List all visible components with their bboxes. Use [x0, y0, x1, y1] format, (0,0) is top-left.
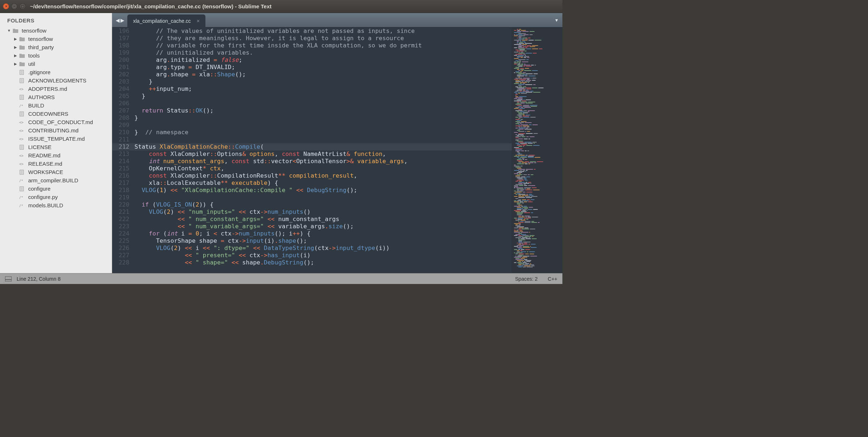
code-line[interactable]: if (VLOG_IS_ON(2)) {	[135, 201, 512, 208]
status-indent[interactable]: Spaces: 2	[515, 276, 537, 282]
code-line[interactable]: Status XlaCompilationCache::Compile(	[135, 143, 512, 150]
line-number: 220	[119, 201, 129, 208]
code-line[interactable]: // The values of uninitialized variables…	[135, 27, 512, 35]
code-line[interactable]: VLOG(2) << i << ": dtype=" << DataTypeSt…	[135, 245, 512, 252]
line-number: 209	[119, 122, 129, 129]
code-line[interactable]: // uninitialized variables.	[135, 49, 512, 56]
file-item[interactable]: <>README.md	[0, 151, 112, 160]
open-tab[interactable]: xla_compilation_cache.cc ×	[127, 14, 205, 27]
tab-close-icon[interactable]: ×	[197, 18, 200, 24]
file-item[interactable]: <>RELEASE.md	[0, 160, 112, 168]
status-cursor: Line 212, Column 8	[17, 276, 60, 282]
code-line[interactable]: xla::LocalExecutable** executable) {	[135, 179, 512, 187]
file-item[interactable]: CODEOWNERS	[0, 110, 112, 118]
tab-overflow-icon[interactable]: ▼	[554, 18, 559, 23]
line-number: 215	[119, 165, 129, 172]
code-line[interactable]: // variable for the first time inside th…	[135, 42, 512, 49]
folder-icon	[19, 53, 25, 59]
svg-text:/*: /*	[19, 196, 23, 199]
disclosure-right-icon: ▶	[13, 37, 18, 41]
code-line[interactable]: int num_constant_args, const std::vector…	[135, 158, 512, 165]
file-icon: /*	[19, 178, 25, 183]
code-line[interactable]	[135, 122, 512, 129]
line-number: 227	[119, 252, 129, 259]
panel-switcher-icon[interactable]	[5, 276, 12, 281]
file-item[interactable]: ACKNOWLEDGMENTS	[0, 76, 112, 85]
code-line[interactable]	[135, 194, 512, 201]
code-line[interactable]: << " num_constant_args=" << num_constant…	[135, 216, 512, 223]
tab-next-icon[interactable]: ▶	[120, 17, 124, 23]
editor-area: ◀ ▶ xla_compilation_cache.cc × ▼ 1961971…	[112, 13, 562, 273]
file-item[interactable]: .gitignore	[0, 68, 112, 76]
code-line[interactable]: arg.type = DT_INVALID;	[135, 64, 512, 71]
code-line[interactable]: for (int i = 0; i < ctx->num_inputs(); i…	[135, 230, 512, 237]
file-icon: <>	[19, 153, 25, 158]
minimize-button[interactable]: –	[11, 3, 17, 9]
svg-text:<>: <>	[19, 137, 24, 141]
file-item[interactable]: configure	[0, 184, 112, 193]
code-line[interactable]: }	[135, 114, 512, 122]
code-line[interactable]: VLOG(2) << "num_inputs=" << ctx->num_inp…	[135, 208, 512, 216]
file-label: configure.py	[28, 194, 58, 200]
folder-tree: ▼tensorflow▶tensorflow▶third_party▶tools…	[0, 26, 112, 212]
file-item[interactable]: AUTHORS	[0, 93, 112, 101]
code-line[interactable]: } // namespace	[135, 129, 512, 136]
maximize-button[interactable]: ▢	[20, 3, 26, 9]
code-line[interactable]: << " present=" << ctx->has_input(i)	[135, 252, 512, 259]
file-item[interactable]: /*BUILD	[0, 101, 112, 110]
file-icon	[19, 144, 25, 150]
file-item[interactable]: <>CODE_OF_CONDUCT.md	[0, 118, 112, 126]
folder-item[interactable]: ▶tools	[0, 51, 112, 60]
line-number: 217	[119, 179, 129, 187]
minimap[interactable]	[512, 27, 562, 273]
line-number: 216	[119, 172, 129, 179]
code-line[interactable]: }	[135, 93, 512, 100]
file-item[interactable]: <>ADOPTERS.md	[0, 85, 112, 93]
code-line[interactable]: const XlaCompiler::Options& options, con…	[135, 150, 512, 158]
folder-item[interactable]: ▶tensorflow	[0, 35, 112, 43]
code-line[interactable]: << " num_variable_args=" << variable_arg…	[135, 223, 512, 230]
code-line[interactable]: return Status::OK();	[135, 107, 512, 114]
line-number: 219	[119, 194, 129, 201]
close-button[interactable]: ✕	[3, 3, 9, 9]
file-item[interactable]: WORKSPACE	[0, 168, 112, 176]
file-icon: <>	[19, 161, 25, 167]
file-item[interactable]: <>CONTRIBUTING.md	[0, 126, 112, 135]
code-line[interactable]	[135, 136, 512, 143]
svg-text:/*: /*	[19, 204, 23, 208]
file-label: ADOPTERS.md	[28, 86, 67, 92]
code-line[interactable]: OpKernelContext* ctx,	[135, 165, 512, 172]
line-number: 221	[119, 208, 129, 216]
folder-icon	[19, 61, 25, 67]
file-label: .gitignore	[28, 69, 51, 75]
file-icon: <>	[19, 128, 25, 133]
status-syntax[interactable]: C++	[548, 276, 557, 282]
code-line[interactable]: arg.shape = xla::Shape();	[135, 71, 512, 78]
line-number: 200	[119, 56, 129, 64]
folder-item[interactable]: ▶third_party	[0, 43, 112, 51]
code-line[interactable]	[135, 100, 512, 107]
tab-strip: ◀ ▶ xla_compilation_cache.cc × ▼	[112, 13, 562, 27]
file-item[interactable]: /*models.BUILD	[0, 201, 112, 209]
file-icon	[19, 69, 25, 75]
file-item[interactable]: <>ISSUE_TEMPLATE.md	[0, 135, 112, 143]
code-line[interactable]: const XlaCompiler::CompilationResult** c…	[135, 172, 512, 179]
code-line[interactable]: // they are meaningless. However, it is …	[135, 35, 512, 42]
code-line[interactable]: arg.initialized = false;	[135, 56, 512, 64]
code-line[interactable]: VLOG(1) << "XlaCompilationCache::Compile…	[135, 187, 512, 194]
code-line[interactable]: << " shape=" << shape.DebugString();	[135, 259, 512, 266]
code-content[interactable]: // The values of uninitialized variables…	[135, 27, 512, 273]
folder-root[interactable]: ▼tensorflow	[0, 26, 112, 35]
folder-item[interactable]: ▶util	[0, 60, 112, 68]
line-number: 207	[119, 107, 129, 114]
folder-icon	[19, 36, 25, 42]
code-line[interactable]: }	[135, 78, 512, 85]
tab-prev-icon[interactable]: ◀	[116, 17, 120, 23]
code-editor[interactable]: 1961971981992002012022032042052062072082…	[112, 27, 512, 273]
file-item[interactable]: LICENSE	[0, 143, 112, 151]
file-icon	[19, 78, 25, 84]
code-line[interactable]: TensorShape shape = ctx->input(i).shape(…	[135, 237, 512, 245]
code-line[interactable]: ++input_num;	[135, 85, 512, 93]
file-item[interactable]: /*configure.py	[0, 193, 112, 201]
file-item[interactable]: /*arm_compiler.BUILD	[0, 176, 112, 184]
